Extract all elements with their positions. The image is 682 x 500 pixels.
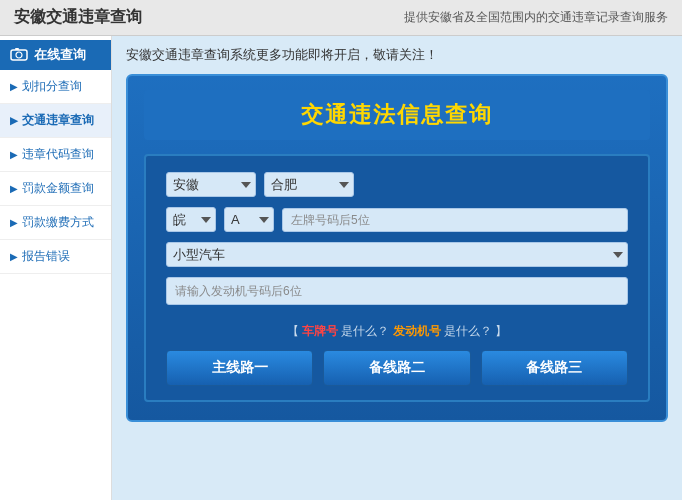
sidebar-item-violation[interactable]: ▶ 交通违章查询 xyxy=(0,104,111,138)
engine-hint-link[interactable]: 发动机号 xyxy=(393,324,441,338)
layout: 在线查询 ▶ 划扣分查询 ▶ 交通违章查询 ▶ 违章代码查询 ▶ 罚款金额查询 … xyxy=(0,36,682,500)
secondary-query-button[interactable]: 备线路二 xyxy=(323,350,470,386)
sidebar-item-deduct[interactable]: ▶ 划扣分查询 xyxy=(0,70,111,104)
plate-number-input[interactable] xyxy=(282,208,628,232)
hint-is-what-2: 是什么？ xyxy=(444,324,492,338)
sidebar-header-label: 在线查询 xyxy=(34,46,86,64)
hint-bracket-left: 【 xyxy=(287,324,299,338)
svg-point-1 xyxy=(16,52,22,58)
cartype-row: 小型汽车 大型汽车 摩托车 挂车 xyxy=(166,242,628,267)
city-select[interactable]: 合肥 芜湖 蚌埠 xyxy=(264,172,354,197)
button-row: 主线路一 备线路二 备线路三 xyxy=(166,350,628,386)
sidebar-item-fine[interactable]: ▶ 罚款金额查询 xyxy=(0,172,111,206)
sidebar-item-label: 罚款金额查询 xyxy=(22,180,94,197)
arrow-icon: ▶ xyxy=(10,81,18,92)
notice-text: 安徽交通违章查询系统更多功能即将开启，敬请关注！ xyxy=(126,46,668,64)
arrow-icon: ▶ xyxy=(10,115,18,126)
prefix-select[interactable]: 皖 京 沪 xyxy=(166,207,216,232)
sidebar-item-label: 交通违章查询 xyxy=(22,112,94,129)
query-box: 交通违法信息查询 安徽 北京 上海 广东 合肥 芜湖 蚌埠 xyxy=(126,74,668,422)
app-subtitle: 提供安徽省及全国范围内的交通违章记录查询服务 xyxy=(404,9,668,26)
arrow-icon: ▶ xyxy=(10,251,18,262)
sidebar-item-label: 罚款缴费方式 xyxy=(22,214,94,231)
main-content: 安徽交通违章查询系统更多功能即将开启，敬请关注！ 交通违法信息查询 安徽 北京 … xyxy=(112,36,682,500)
app-title: 安徽交通违章查询 xyxy=(14,7,142,28)
inner-box: 安徽 北京 上海 广东 合肥 芜湖 蚌埠 皖 京 xyxy=(144,154,650,402)
sidebar-item-label: 违章代码查询 xyxy=(22,146,94,163)
province-select[interactable]: 安徽 北京 上海 广东 xyxy=(166,172,256,197)
letter-select[interactable]: A B C D E F G xyxy=(224,207,274,232)
sidebar-item-label: 报告错误 xyxy=(22,248,70,265)
sidebar-item-report[interactable]: ▶ 报告错误 xyxy=(0,240,111,274)
arrow-icon: ▶ xyxy=(10,149,18,160)
hint-is-what-1: 是什么？ xyxy=(341,324,392,338)
primary-query-button[interactable]: 主线路一 xyxy=(166,350,313,386)
province-city-row: 安徽 北京 上海 广东 合肥 芜湖 蚌埠 xyxy=(166,172,628,197)
query-box-title: 交通违法信息查询 xyxy=(144,90,650,140)
hint-bracket-right: 】 xyxy=(495,324,507,338)
sidebar-item-label: 划扣分查询 xyxy=(22,78,82,95)
arrow-icon: ▶ xyxy=(10,217,18,228)
hint-row: 【 车牌号 是什么？ 发动机号 是什么？ 】 xyxy=(166,323,628,340)
sidebar-item-code[interactable]: ▶ 违章代码查询 xyxy=(0,138,111,172)
cartype-select[interactable]: 小型汽车 大型汽车 摩托车 挂车 xyxy=(166,242,628,267)
svg-rect-2 xyxy=(15,48,19,50)
top-bar: 安徽交通违章查询 提供安徽省及全国范围内的交通违章记录查询服务 xyxy=(0,0,682,36)
engine-input[interactable] xyxy=(166,277,628,305)
sidebar-item-payment[interactable]: ▶ 罚款缴费方式 xyxy=(0,206,111,240)
tertiary-query-button[interactable]: 备线路三 xyxy=(481,350,628,386)
arrow-icon: ▶ xyxy=(10,183,18,194)
plate-row: 皖 京 沪 A B C D E F G xyxy=(166,207,628,232)
camera-icon xyxy=(10,47,28,64)
sidebar: 在线查询 ▶ 划扣分查询 ▶ 交通违章查询 ▶ 违章代码查询 ▶ 罚款金额查询 … xyxy=(0,36,112,500)
sidebar-header: 在线查询 xyxy=(0,40,111,70)
engine-row xyxy=(166,277,628,313)
plate-hint-link[interactable]: 车牌号 xyxy=(302,324,338,338)
